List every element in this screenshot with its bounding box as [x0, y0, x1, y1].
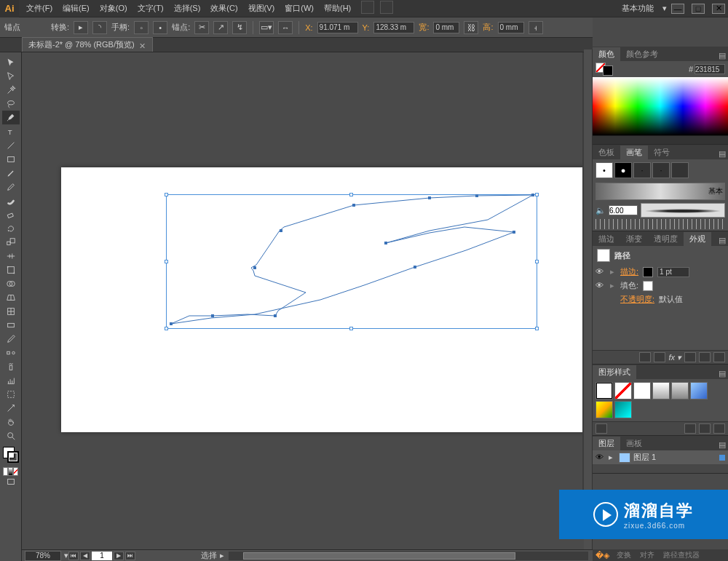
menu-type[interactable]: 文字(T) [133, 1, 168, 16]
rectangle-tool-icon[interactable] [2, 152, 20, 166]
horizontal-scrollbar[interactable] [229, 552, 588, 560]
new-art-basic-icon[interactable] [639, 352, 651, 362]
color-spectrum[interactable] [593, 77, 728, 135]
convert-smooth-icon[interactable]: ◝ [92, 21, 107, 34]
style-swatch-2[interactable] [614, 382, 632, 399]
tab-layers[interactable]: 图层 [593, 437, 620, 450]
window-maximize-icon[interactable]: □ [692, 4, 705, 14]
isolate-icon[interactable]: ▭▾ [259, 21, 274, 34]
blob-brush-tool-icon[interactable] [2, 194, 20, 207]
direct-selection-tool-icon[interactable] [2, 69, 20, 83]
layer-name[interactable]: 图层 1 [633, 452, 656, 463]
prev-artboard-icon[interactable]: ◀ [80, 552, 90, 560]
remove-anchor-icon[interactable]: ✂ [194, 21, 209, 34]
tab-artboards[interactable]: 画板 [620, 437, 648, 450]
doc-presets-icon[interactable] [361, 1, 374, 14]
brush-preview[interactable] [641, 203, 725, 218]
hand-tool-icon[interactable] [2, 415, 20, 429]
menu-effect[interactable]: 效果(C) [206, 1, 242, 16]
graph-tool-icon[interactable] [2, 373, 20, 387]
delete-item-icon[interactable] [713, 352, 725, 362]
appearance-panel-menu-icon[interactable]: ▤ [716, 234, 728, 246]
artboard-tool-icon[interactable] [2, 387, 20, 401]
cut-path-icon[interactable]: ↯ [232, 21, 247, 34]
stroke-color-swatch[interactable] [643, 267, 653, 277]
add-stroke-icon[interactable] [654, 352, 665, 362]
duplicate-item-icon[interactable] [699, 352, 711, 362]
paintbrush-tool-icon[interactable] [2, 166, 20, 180]
stroke-weight-input[interactable] [657, 267, 689, 277]
last-artboard-icon[interactable]: ⏭ [125, 552, 135, 560]
handle-show-icon[interactable]: ◦ [134, 21, 149, 34]
type-tool-icon[interactable]: T [2, 124, 20, 138]
tab-graphic-styles[interactable]: 图形样式 [593, 365, 636, 379]
eye-fill-icon[interactable]: 👁 [596, 281, 606, 291]
w-input[interactable] [433, 22, 459, 33]
slice-tool-icon[interactable] [2, 401, 20, 415]
workspace-switcher[interactable]: 基本功能 [622, 3, 654, 14]
window-minimize-icon[interactable]: — [671, 4, 684, 14]
align-icon[interactable]: ↔ [278, 21, 293, 34]
tab-swatches[interactable]: 色板 [593, 146, 620, 159]
tab-color[interactable]: 颜色 [593, 47, 620, 61]
styles-lib-icon[interactable] [596, 423, 607, 434]
styles-panel-menu-icon[interactable]: ▤ [716, 367, 728, 379]
panel-collapse-strip[interactable] [584, 49, 593, 549]
rotate-tool-icon[interactable] [2, 221, 20, 235]
menu-select[interactable]: 选择(S) [170, 1, 205, 16]
artboard-number[interactable]: 1 [92, 552, 112, 560]
eye-stroke-icon[interactable]: 👁 [596, 267, 606, 277]
style-swatch-4[interactable] [652, 382, 670, 399]
tab-appearance[interactable]: 外观 [684, 232, 711, 246]
arrange-docs-icon[interactable] [380, 1, 393, 14]
gradient-tool-icon[interactable] [2, 318, 20, 332]
brush-scale-ruler[interactable] [596, 219, 725, 229]
brush-dot-5[interactable] [671, 162, 689, 178]
zoom-tool-icon[interactable] [2, 429, 20, 442]
connect-anchor-icon[interactable]: ↗ [213, 21, 228, 34]
tab-pathfinder[interactable]: 路径查找器 [659, 550, 704, 560]
first-artboard-icon[interactable]: ⏮ [68, 552, 79, 560]
pencil-tool-icon[interactable] [2, 180, 20, 194]
tab-stroke[interactable]: 描边 [593, 232, 620, 246]
brush-dot-4[interactable]: · [652, 162, 670, 178]
next-artboard-icon[interactable]: ▶ [114, 552, 124, 560]
color-fill-stroke-proxy[interactable] [596, 63, 613, 76]
hex-input[interactable] [695, 64, 725, 74]
style-swatch-8[interactable] [614, 401, 632, 418]
selection-tool-icon[interactable] [2, 55, 20, 69]
menu-file[interactable]: 文件(F) [22, 1, 57, 16]
h-scroll-thumb[interactable] [243, 552, 515, 560]
color-spectrum-bar[interactable] [593, 135, 728, 144]
menu-view[interactable]: 视图(V) [244, 1, 280, 16]
close-tab-icon[interactable]: ✕ [139, 41, 146, 49]
line-tool-icon[interactable] [2, 138, 20, 152]
opacity-link[interactable]: 不透明度: [620, 294, 654, 305]
layer-visibility-icon[interactable]: 👁 [596, 453, 606, 463]
style-swatch-5[interactable] [671, 382, 689, 399]
swatch-panel-menu-icon[interactable]: ▤ [716, 148, 728, 159]
perspective-grid-tool-icon[interactable] [2, 290, 20, 304]
brush-basic-strip[interactable]: 基本 [596, 183, 725, 200]
tab-symbols[interactable]: 符号 [648, 146, 676, 159]
selected-path[interactable] [22, 52, 593, 489]
eyedropper-tool-icon[interactable] [2, 332, 20, 346]
layer-row[interactable]: 👁 ▸ 图层 1 [593, 450, 728, 464]
menu-help[interactable]: 帮助(H) [320, 1, 355, 16]
free-transform-tool-icon[interactable] [2, 263, 20, 276]
layer-target-icon[interactable] [719, 455, 725, 461]
style-swatch-6[interactable] [690, 382, 708, 399]
brush-dot-1[interactable]: • [596, 162, 613, 178]
symbol-sprayer-tool-icon[interactable] [2, 359, 20, 373]
blend-tool-icon[interactable] [2, 346, 20, 359]
canvas-viewport[interactable] [22, 52, 593, 549]
tab-transparency[interactable]: 透明度 [648, 232, 684, 246]
fill-color-swatch[interactable] [643, 281, 653, 291]
pen-tool-icon[interactable] [2, 111, 20, 124]
shape-mode-icon[interactable]: ⫞ [529, 21, 543, 34]
lasso-tool-icon[interactable] [2, 97, 20, 111]
tab-align[interactable]: 对齐 [636, 550, 659, 560]
document-tab[interactable]: 未标题-2* @ 78% (RGB/预览) ✕ [22, 37, 153, 52]
screen-mode-icon[interactable] [2, 474, 20, 488]
break-link-icon[interactable] [684, 423, 696, 434]
